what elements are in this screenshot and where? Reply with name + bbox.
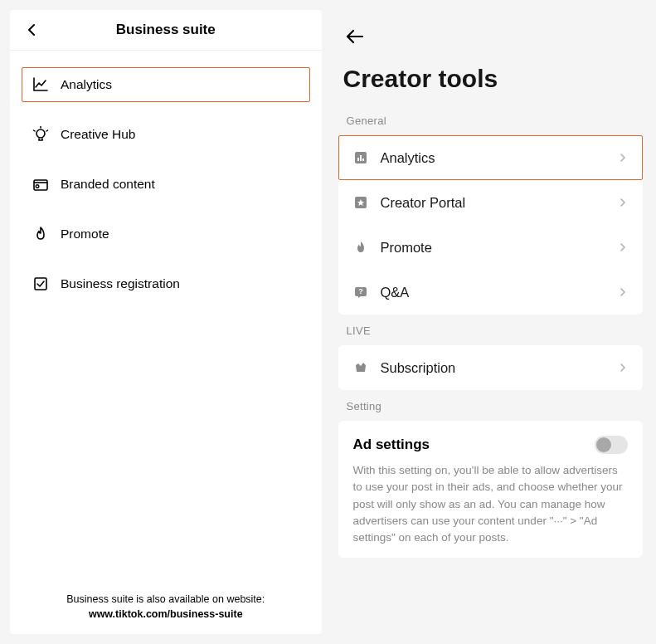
menu-item-analytics[interactable]: Analytics [22,67,310,102]
ad-settings-card: Ad settings With this setting on, you'll… [338,421,644,558]
chevron-right-icon [617,286,629,298]
live-card: Subscription [338,345,644,390]
left-menu: Analytics Creative Hub Branded conte [10,51,322,582]
svg-rect-7 [362,159,364,161]
general-card: Analytics Creator Portal [338,135,644,315]
card-item-qa[interactable]: ? Q&A [338,270,644,315]
registration-icon [32,276,49,292]
flame-icon [32,226,49,242]
ad-settings-title: Ad settings [353,437,430,453]
ad-settings-description: With this setting on, you'll be able to … [353,462,629,546]
chevron-right-icon [617,242,629,253]
menu-item-promote[interactable]: Promote [22,217,310,251]
card-item-subscription[interactable]: Subscription [338,345,644,390]
arrow-left-icon [346,29,364,44]
branded-content-icon [32,176,49,193]
section-label-general: General [335,105,647,135]
card-item-promote[interactable]: Promote [338,225,644,270]
menu-item-creative-hub[interactable]: Creative Hub [22,117,310,152]
card-item-creator-portal[interactable]: Creator Portal [338,180,644,225]
card-item-analytics[interactable]: Analytics [338,135,644,180]
section-label-live: LIVE [335,315,647,345]
menu-item-label: Business registration [61,276,180,291]
svg-point-0 [36,129,45,138]
left-title: Business suite [23,22,309,38]
creator-portal-icon [352,194,369,211]
card-item-label: Subscription [381,360,606,376]
ad-settings-row: Ad settings [353,436,629,454]
ad-settings-toggle[interactable] [595,436,628,454]
footer-link[interactable]: www.tiktok.com/business-suite [89,608,243,620]
footer-prefix: Business suite is also available on webs… [66,593,265,605]
card-item-label: Promote [381,240,606,256]
footer-note: Business suite is also available on webs… [10,582,322,635]
flame-icon [352,239,369,256]
section-label-setting: Setting [335,390,647,421]
toggle-knob [596,437,611,452]
chevron-right-icon [617,152,629,163]
svg-rect-3 [35,278,46,290]
creator-tools-panel: Creator tools General Analytics [335,10,647,634]
menu-item-label: Branded content [61,177,155,192]
business-suite-panel: Business suite Analytics Creative Hub [10,10,322,634]
svg-point-2 [36,185,39,188]
right-title: Creator tools [335,48,647,105]
card-item-label: Creator Portal [381,195,606,211]
chevron-right-icon [617,362,629,373]
svg-rect-6 [360,155,362,161]
card-item-label: Analytics [381,150,606,166]
menu-item-branded-content[interactable]: Branded content [22,167,310,202]
analytics-icon [32,76,49,93]
menu-item-label: Promote [61,227,109,242]
menu-item-label: Creative Hub [61,127,135,142]
right-header [335,10,647,48]
chevron-right-icon [617,197,629,208]
menu-item-label: Analytics [61,77,112,92]
left-header: Business suite [10,10,322,51]
lightbulb-icon [32,126,49,143]
svg-rect-5 [357,158,359,161]
analytics-icon [352,149,369,166]
back-button-left[interactable] [23,22,40,38]
card-item-label: Q&A [381,285,606,300]
menu-item-business-registration[interactable]: Business registration [22,266,310,301]
subscription-icon [352,359,369,376]
qa-icon: ? [352,284,369,300]
back-button-right[interactable] [343,25,367,48]
svg-text:?: ? [358,287,363,295]
chevron-left-icon [27,23,36,37]
